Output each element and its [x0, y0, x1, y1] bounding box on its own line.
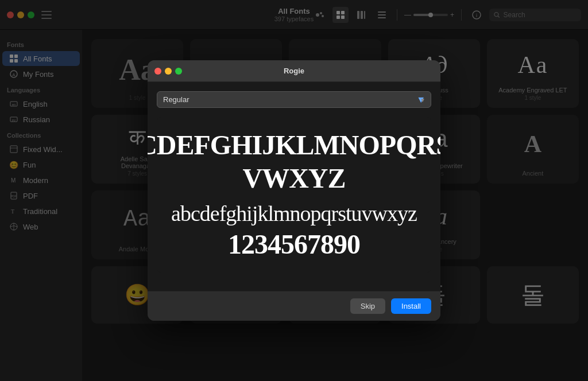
modal-preview-area: ABCDEFGHIJKLMNOPQRSTU VWXYZ abcdefghijkl… — [157, 117, 431, 272]
modal-preview-text: ABCDEFGHIJKLMNOPQRSTU VWXYZ abcdefghijkl… — [148, 117, 440, 272]
skip-button[interactable]: Skip — [350, 298, 385, 314]
modal-title: Rogie — [284, 67, 304, 75]
modal-titlebar: Rogie — [148, 60, 440, 82]
modal-preview-line3: abcdefghijklmnopqrstuvwxyz — [171, 201, 417, 226]
modal-maximize-button[interactable] — [175, 68, 182, 75]
modal-close-button[interactable] — [154, 68, 161, 75]
modal-preview-line2: VWXYZ — [243, 163, 346, 193]
modal-body: Regular ▼ ABCDEFGHIJKLMNOPQRSTU VWXYZ ab… — [148, 82, 440, 290]
modal-overlay: Rogie Regular ▼ ABCDEFGHIJKLMNOPQRSTU VW… — [0, 0, 588, 381]
font-style-select[interactable]: Regular — [157, 91, 431, 108]
modal-traffic-lights — [154, 68, 182, 75]
modal-preview-line4: 1234567890 — [228, 229, 360, 259]
modal-preview-line1: ABCDEFGHIJKLMNOPQRSTU — [148, 130, 440, 160]
modal-select-wrapper: Regular ▼ — [157, 91, 431, 108]
modal-minimize-button[interactable] — [165, 68, 172, 75]
rogie-modal: Rogie Regular ▼ ABCDEFGHIJKLMNOPQRSTU VW… — [148, 60, 440, 320]
install-button[interactable]: Install — [391, 298, 431, 314]
modal-select-row: Regular ▼ — [157, 91, 431, 108]
modal-footer: Skip Install — [148, 291, 440, 321]
